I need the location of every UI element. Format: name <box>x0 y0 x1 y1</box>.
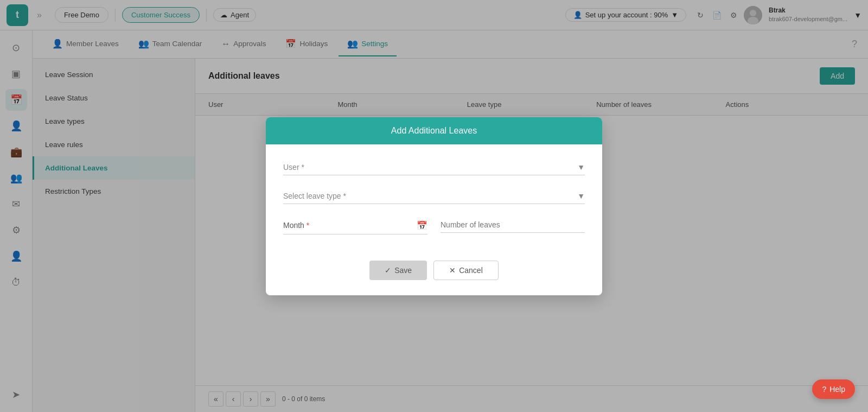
help-label: Help <box>829 385 845 394</box>
leave-type-dropdown-arrow: ▼ <box>577 192 585 200</box>
calendar-input-icon[interactable]: 📅 <box>417 220 427 231</box>
user-dropdown-arrow: ▼ <box>577 163 585 172</box>
modal-overlay: Add Additional Leaves User * ▼ Select le… <box>0 0 868 412</box>
help-circle-icon: ? <box>822 385 826 394</box>
user-field: User * ▼ <box>283 160 585 175</box>
cancel-button[interactable]: ✕ Cancel <box>433 261 499 280</box>
month-field: Month *📅 <box>283 217 427 234</box>
modal-footer: ✓ Save ✕ Cancel <box>266 261 602 295</box>
cancel-label: Cancel <box>459 266 483 275</box>
leave-type-field: Select leave type * ▼ <box>283 188 585 204</box>
modal-header: Add Additional Leaves <box>266 117 602 144</box>
two-col-row: Month *📅 <box>283 217 585 248</box>
save-button[interactable]: ✓ Save <box>369 261 427 280</box>
number-of-leaves-input[interactable] <box>441 217 585 233</box>
cancel-x-icon: ✕ <box>449 266 456 275</box>
user-required: * <box>301 163 304 172</box>
leave-type-dropdown[interactable]: Select leave type * ▼ <box>283 188 585 204</box>
modal-title: Add Additional Leaves <box>391 126 477 135</box>
help-fab-button[interactable]: ? Help <box>812 379 855 399</box>
user-field-label: User * <box>283 163 304 172</box>
leave-type-label: Select leave type * <box>283 192 346 200</box>
save-label: Save <box>394 266 412 275</box>
month-input-wrap: Month *📅 <box>283 217 427 234</box>
save-checkmark-icon: ✓ <box>385 266 391 275</box>
leave-type-required: * <box>343 192 346 200</box>
modal: Add Additional Leaves User * ▼ Select le… <box>266 117 602 295</box>
user-dropdown[interactable]: User * ▼ <box>283 160 585 175</box>
number-of-leaves-field <box>441 217 585 234</box>
modal-body: User * ▼ Select leave type * ▼ <box>266 144 602 261</box>
